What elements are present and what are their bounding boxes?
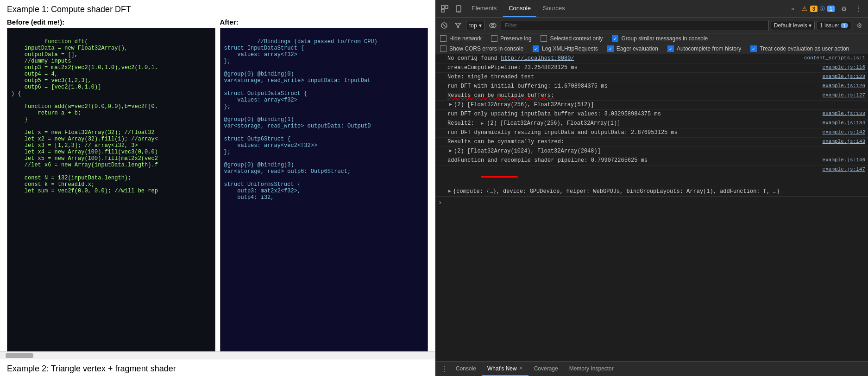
after-code-box[interactable]: //Bindings (data passed to/from CPU) str… (220, 28, 428, 351)
log-text: run DFT dynamically resizing inputData a… (447, 129, 818, 136)
log-source[interactable]: example.js:142 (823, 129, 865, 136)
context-selector[interactable]: top ▾ (466, 21, 485, 30)
selected-context-setting[interactable]: Selected context only (541, 35, 603, 42)
settings-row-2: Show CORS errors in console Log XMLHttpR… (440, 45, 849, 52)
group-similar-checkbox[interactable] (612, 35, 618, 42)
svg-line-6 (443, 24, 446, 27)
autocomplete-checkbox[interactable] (667, 45, 674, 52)
horizontal-scrollbar[interactable] (0, 351, 435, 359)
devtools-panel: Elements Console Sources » ⚠ 3 🛈 1 ⚙ ⋮ (435, 0, 868, 376)
bottom-tab-console[interactable]: Console (450, 362, 482, 376)
before-label: Before (edit me!): (7, 18, 215, 26)
scrollbar-thumb[interactable] (6, 353, 33, 358)
clear-console-icon[interactable] (438, 19, 450, 32)
log-xml-setting[interactable]: Log XMLHttpRequests (533, 45, 598, 52)
eager-eval-checkbox[interactable] (607, 45, 614, 52)
eager-eval-setting[interactable]: Eager evaluation (607, 45, 658, 52)
settings-row-1: Hide network Preserve log Selected conte… (440, 35, 708, 42)
after-label: After: (220, 18, 428, 26)
svg-rect-0 (441, 6, 444, 8)
log-entry-float-array-2: ▶ (2) [Float32Array(1024), Float32Array(… (435, 147, 868, 156)
filter-input[interactable] (501, 20, 769, 31)
example2-title: Example 2: Triangle vertex + fragment sh… (0, 359, 435, 376)
log-entry-run-dft-dynamic: run DFT dynamically resizing inputData a… (435, 128, 868, 138)
bottom-tab-memory[interactable]: Memory Inspector (564, 362, 619, 376)
log-source[interactable]: example.js:147 (823, 166, 865, 186)
preserve-log-checkbox[interactable] (491, 35, 497, 42)
inspect-icon[interactable] (438, 2, 451, 15)
show-cors-checkbox[interactable] (440, 45, 447, 52)
settings-icon[interactable]: ⚙ (837, 2, 850, 15)
devtools-topnav: Elements Console Sources » ⚠ 3 🛈 1 ⚙ ⋮ (435, 0, 868, 18)
log-source[interactable]: example.js:116 (823, 64, 865, 71)
log-text: run DFT only updating inputData buffer v… (447, 111, 818, 117)
warn-icon: ⚠ (802, 5, 807, 12)
expand-arrow[interactable]: ▶ (449, 102, 452, 107)
before-code-text: function dft( inputData = new Float32Arr… (11, 38, 158, 194)
log-text: Note: single threaded test (447, 74, 818, 80)
bottom-tab-whats-new[interactable]: What's New ✕ (482, 362, 528, 376)
hide-network-setting[interactable]: Hide network (440, 35, 482, 42)
svg-rect-2 (441, 9, 444, 12)
whats-new-close-icon[interactable]: ✕ (519, 365, 523, 371)
left-panel: Example 1: Compute shader DFT Before (ed… (0, 0, 435, 376)
log-entry-error-line: example.js:147 (435, 166, 868, 187)
after-section: After: //Bindings (data passed to/from C… (220, 18, 428, 351)
log-text: (2) [Float32Array(256), Float32Array(512… (454, 102, 865, 108)
context-label: top (469, 22, 477, 29)
log-entry-add-function: addFunction and recompile shader pipelin… (435, 156, 868, 166)
mobile-icon[interactable] (452, 2, 465, 15)
log-source[interactable]: example.js:127 (823, 92, 865, 99)
log-text: No config found http://localhost:8080/ (447, 55, 799, 62)
autocomplete-setting[interactable]: Autocomplete from history (667, 45, 741, 52)
console-settings-icon[interactable]: ⚙ (853, 19, 865, 32)
svg-rect-1 (445, 6, 448, 8)
selected-context-checkbox[interactable] (541, 35, 547, 42)
default-levels-button[interactable]: Default levels ▾ (771, 21, 815, 30)
expand-arrow-obj[interactable]: ▶ (448, 188, 451, 194)
bottom-tab-coverage[interactable]: Coverage (528, 362, 564, 376)
after-code-text: //Bindings (data passed to/from CPU) str… (224, 38, 377, 201)
log-entry-object: ▶ {compute: {…}, device: GPUDevice, help… (435, 187, 868, 197)
log-source[interactable]: example.js:134 (823, 120, 865, 127)
preserve-log-setting[interactable]: Preserve log (491, 35, 531, 42)
info-count[interactable]: 1 (827, 6, 835, 12)
log-source[interactable]: example.js:126 (823, 83, 865, 89)
log-source[interactable]: content_scripts.js:1 (804, 55, 865, 62)
treat-code-checkbox[interactable] (750, 45, 757, 52)
warn-count[interactable]: 3 (810, 6, 818, 12)
log-text: run DFT with initial buffering: 11.67089… (447, 83, 818, 89)
before-section: Before (edit me!): function dft( inputDa… (7, 18, 215, 351)
issues-button[interactable]: 1 Issue: 1 (817, 21, 851, 30)
log-text: createComputePipeline: 23.2548828125 ms (447, 64, 818, 71)
console-log[interactable]: No config found http://localhost:8080/ c… (435, 54, 868, 361)
tab-sources[interactable]: Sources (537, 0, 571, 17)
before-code-box[interactable]: function dft( inputData = new Float32Arr… (7, 28, 215, 351)
log-xml-checkbox[interactable] (533, 45, 539, 52)
bottom-settings-icon[interactable]: ⋮ (438, 363, 450, 375)
svg-point-8 (491, 24, 494, 26)
tab-console[interactable]: Console (503, 0, 536, 17)
log-text (447, 166, 818, 186)
log-entry-single-thread: Note: single threaded test example.js:12… (435, 73, 868, 82)
log-source[interactable]: example.js:123 (823, 74, 865, 80)
log-entry-results-dynamic: Results can be dynamically resized: exam… (435, 138, 868, 147)
more-options-icon[interactable]: ⋮ (852, 2, 865, 15)
group-similar-setting[interactable]: Group similar messages in console (612, 35, 708, 42)
log-source[interactable]: example.js:143 (823, 139, 865, 145)
console-prompt[interactable]: › (435, 197, 868, 208)
hide-network-checkbox[interactable] (440, 35, 447, 42)
config-link[interactable]: http://localhost:8080/ (501, 55, 574, 62)
more-tabs-button[interactable]: » (788, 5, 797, 13)
log-source[interactable]: example.js:133 (823, 111, 865, 117)
show-cors-setting[interactable]: Show CORS errors in console (440, 45, 523, 52)
log-text: Results can be dynamically resized: (447, 139, 818, 145)
tab-elements[interactable]: Elements (466, 0, 502, 17)
log-source[interactable]: example.js:146 (823, 157, 865, 164)
expand-arrow-2[interactable]: ▶ (449, 148, 452, 153)
filter-icon[interactable] (452, 19, 464, 32)
log-entry-run-dft: run DFT with initial buffering: 11.67089… (435, 82, 868, 91)
result2-expand[interactable]: ▶ (481, 121, 484, 126)
eye-icon[interactable] (487, 19, 499, 32)
treat-code-setting[interactable]: Treat code evaluation as user action (750, 45, 849, 52)
